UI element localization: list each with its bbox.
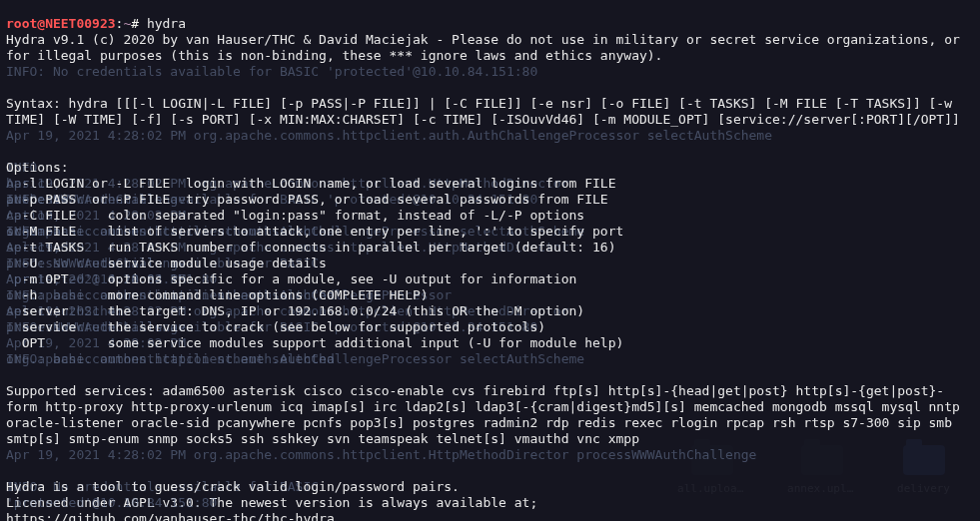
option-line: -h more command line options (COMPLETE H… [6,287,429,302]
hydra-description: Hydra is a tool to guess/crack valid log… [6,479,460,494]
prompt-command: hydra [147,16,186,31]
background-log: INFO: basic authentication scheme select… [6,351,974,367]
options-header: Options: [6,160,69,175]
option-line: -U service module usage details [6,256,327,270]
prompt-user-host: root@NEET00923 [6,16,116,31]
supported-services: Supported services: adam6500 asterisk ci… [6,383,968,446]
hydra-banner: Hydra v9.1 (c) 2020 by van Hauser/THC & … [6,32,968,63]
hydra-description: https://github.com/vanhauser-thc/thc-hyd… [6,511,335,521]
option-line: OPT some service modules support additio… [6,335,623,350]
prompt-hash: # [131,16,147,31]
option-line: -M FILE list of servers to attack, one e… [6,224,623,239]
option-line: -t TASKS run TASKS number of connects in… [6,240,616,255]
terminal-window[interactable]: root@NEET00923:~# hydra Hydra v9.1 (c) 2… [0,0,980,521]
background-log: Apr 19, 2021 4:28:02 PM org.apache.commo… [6,447,974,463]
hydra-syntax: Syntax: hydra [[[-l LOGIN|-L FILE] [-p P… [6,96,960,127]
background-log: Apr 19, 2021 4:28:02 PM org.apache.commo… [6,128,974,144]
hydra-description: Licensed under AGPL v3.0. The newest ver… [6,495,537,510]
option-line: server the target: DNS, IP or 192.168.0.… [6,303,584,318]
option-line: service the service to crack (see below … [6,319,545,334]
option-line: -C FILE colon separated "login:pass" for… [6,208,584,223]
option-line: -l LOGIN or -L FILE login with LOGIN nam… [6,176,616,191]
option-line: -p PASS or -P FILE try password PASS, or… [6,192,608,207]
background-log: INFO: No credentials available for BASIC… [6,64,974,80]
option-line: -m OPT options specific for a module, se… [6,271,576,286]
